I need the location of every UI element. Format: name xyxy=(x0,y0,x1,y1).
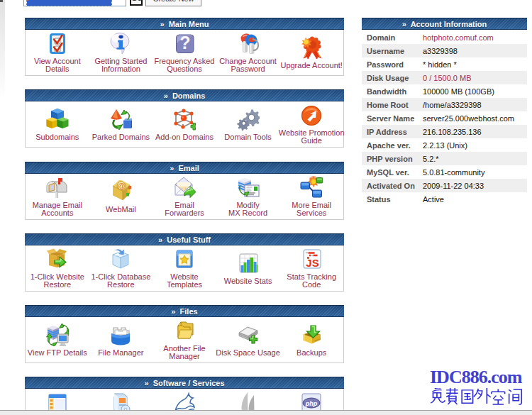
svg-text:php: php xyxy=(305,400,318,407)
svg-text:@: @ xyxy=(118,182,126,190)
svg-text:?: ? xyxy=(179,33,190,52)
svg-text:JS: JS xyxy=(306,257,318,269)
